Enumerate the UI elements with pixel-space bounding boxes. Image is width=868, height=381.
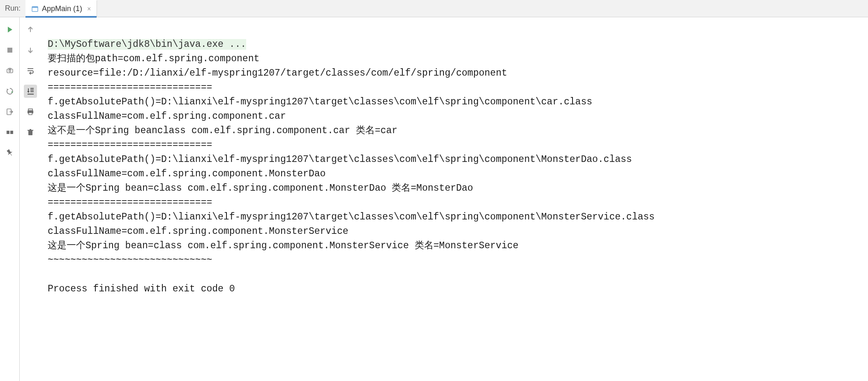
exit-button[interactable] xyxy=(3,105,16,118)
run-panel-content: D:\MySoftware\jdk8\bin\java.exe ... 要扫描的… xyxy=(0,17,868,381)
scroll-to-end-button[interactable] xyxy=(24,85,37,98)
svg-point-4 xyxy=(9,70,10,72)
console-command-line: D:\MySoftware\jdk8\bin\java.exe ... xyxy=(48,39,246,50)
console-line: 这不是一个Spring beanclass com.elf.spring.com… xyxy=(48,125,397,136)
stop-button[interactable] xyxy=(3,44,16,57)
svg-rect-14 xyxy=(30,129,31,130)
console-line: ============================= xyxy=(48,140,212,150)
run-panel-header: Run: AppMain (1) × xyxy=(0,0,868,17)
svg-rect-1 xyxy=(32,7,38,8)
svg-rect-11 xyxy=(29,113,32,115)
restart-button[interactable] xyxy=(3,85,16,98)
svg-rect-9 xyxy=(28,109,32,111)
run-config-tab[interactable]: AppMain (1) × xyxy=(25,0,97,17)
print-button[interactable] xyxy=(24,105,37,118)
app-tab-icon xyxy=(31,5,39,13)
run-label: Run: xyxy=(3,4,25,13)
clear-all-button[interactable] xyxy=(24,126,37,139)
svg-rect-7 xyxy=(7,131,9,134)
console-line: f.getAbsolutePath()=D:\lianxi\elf-myspri… xyxy=(48,97,592,107)
console-line: resource=file:/D:/lianxi/elf-myspring120… xyxy=(48,68,507,79)
console-line: 这是一个Spring bean=class com.elf.spring.com… xyxy=(48,183,473,194)
svg-rect-2 xyxy=(7,48,12,53)
up-stack-button[interactable] xyxy=(24,23,37,36)
run-config-tab-label: AppMain (1) xyxy=(42,5,82,13)
console-output[interactable]: D:\MySoftware\jdk8\bin\java.exe ... 要扫描的… xyxy=(41,17,868,381)
console-line: 这是一个Spring bean=class com.elf.spring.com… xyxy=(48,240,519,251)
dump-threads-button[interactable] xyxy=(3,64,16,77)
console-line: ============================= xyxy=(48,82,212,93)
console-line: classFullName=com.elf.spring.component.c… xyxy=(48,111,286,122)
svg-rect-8 xyxy=(10,131,13,134)
svg-rect-13 xyxy=(28,130,33,131)
console-line: f.getAbsolutePath()=D:\lianxi\elf-myspri… xyxy=(48,154,632,165)
tab-active-underline xyxy=(25,16,97,18)
run-toolbar-primary xyxy=(0,17,20,381)
svg-rect-12 xyxy=(28,131,32,135)
soft-wrap-button[interactable] xyxy=(24,64,37,77)
layout-button[interactable] xyxy=(3,126,16,139)
pin-button[interactable] xyxy=(3,146,16,159)
rerun-button[interactable] xyxy=(3,23,16,36)
close-icon[interactable]: × xyxy=(87,5,91,13)
console-line: ~~~~~~~~~~~~~~~~~~~~~~~~~~~~~ xyxy=(48,255,212,266)
console-exit-line: Process finished with exit code 0 xyxy=(48,284,235,294)
console-line: classFullName=com.elf.spring.component.M… xyxy=(48,169,326,179)
console-line: classFullName=com.elf.spring.component.M… xyxy=(48,226,349,237)
down-stack-button[interactable] xyxy=(24,44,37,57)
console-line: 要扫描的包path=com.elf.spring.component xyxy=(48,53,259,64)
run-toolbar-secondary xyxy=(20,17,41,381)
console-line: ============================= xyxy=(48,197,212,208)
console-line: f.getAbsolutePath()=D:\lianxi\elf-myspri… xyxy=(48,212,655,222)
